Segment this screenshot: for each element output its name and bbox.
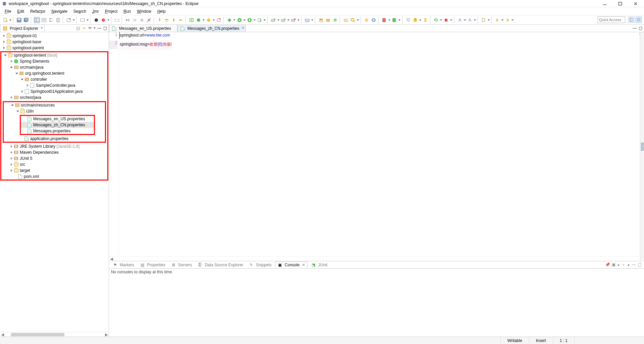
new-java-project-button[interactable]: +	[318, 17, 324, 23]
maximize-view-button[interactable]: ▢	[103, 26, 107, 30]
window-minimize-button[interactable]	[600, 0, 609, 7]
tree-row-maven[interactable]: Maven Dependencies	[1, 149, 107, 155]
debug-button[interactable]	[226, 17, 232, 23]
view-tab-project-explorer[interactable]: Project Explorer ✕	[0, 24, 45, 32]
tb-annotation-next-drop[interactable]	[398, 17, 401, 23]
tree-row-pom[interactable]: pom.xml	[1, 174, 107, 180]
project-explorer-tree[interactable]: springboot-01 springboot-base springboot…	[0, 32, 109, 332]
tb-browser[interactable]	[371, 17, 377, 23]
tree-row-spring-elements[interactable]: Spring Elements	[1, 58, 107, 64]
tb-btn-7[interactable]	[55, 17, 61, 23]
coverage-dropdown[interactable]	[253, 17, 256, 23]
tree-row-pkg[interactable]: org.springboot.tentent	[1, 70, 107, 76]
search-button[interactable]	[350, 17, 356, 23]
console-new-button[interactable]: ＋	[621, 262, 626, 267]
editor-tab-en[interactable]: Messages_en_US.properties	[109, 24, 177, 32]
tb-new-server-drop[interactable]	[311, 17, 314, 23]
tb-drop-switch[interactable]	[72, 17, 75, 23]
tb-drop-boot1[interactable]	[202, 17, 205, 23]
tb-stop-boot-drop[interactable]	[450, 17, 452, 23]
save-button[interactable]	[16, 17, 22, 23]
forward-drop[interactable]	[511, 17, 514, 23]
tb-drop-boot2[interactable]	[212, 17, 215, 23]
tb-btn-boot1[interactable]	[196, 17, 202, 23]
code-content[interactable]: springboot.url=www.bie.com springboot.ms…	[119, 32, 639, 256]
tb-btn-jmr2[interactable]	[100, 17, 106, 23]
tb-server-start[interactable]	[270, 17, 276, 23]
run-last-button[interactable]	[257, 17, 263, 23]
menu-jmr[interactable]: Jmr	[90, 8, 102, 14]
tb-btn-disconnect[interactable]	[146, 17, 152, 23]
toggle-breadcrumb-button[interactable]	[34, 17, 40, 23]
save-all-button[interactable]	[23, 17, 29, 23]
new-dropdown[interactable]	[9, 17, 12, 23]
tree-row-i18n[interactable]: i18n	[4, 108, 105, 114]
run-dropdown[interactable]	[243, 17, 246, 23]
quick-access-input[interactable]	[598, 16, 625, 23]
run-button[interactable]	[236, 17, 243, 23]
editor-area[interactable]: 1 2 springboot.url=www.bie.com springboo…	[109, 32, 644, 256]
tree-row-src-main-java[interactable]: src/main/java	[1, 64, 107, 70]
view-tab-servers[interactable]: 🖥Servers	[169, 262, 194, 268]
view-tab-markers[interactable]: ⚑Markers	[110, 262, 136, 268]
back-button[interactable]	[494, 17, 500, 23]
tree-row-sbparent[interactable]: springboot-parent	[0, 45, 109, 51]
perspective-jee-button[interactable]	[635, 16, 642, 23]
tb-btn-console[interactable]	[79, 17, 86, 23]
tb-btn-build[interactable]	[114, 17, 120, 23]
tb-drop-jmr2[interactable]	[107, 17, 110, 23]
tree-row-sbt[interactable]: springboot-tentent [boot]	[1, 52, 107, 58]
tb-font-2-drop[interactable]	[474, 17, 476, 23]
menu-edit[interactable]: Edit	[14, 8, 27, 14]
tree-row-sb01[interactable]: springboot-01	[0, 33, 109, 39]
view-tab-console[interactable]: ▣Console✕	[275, 262, 308, 268]
console-tab-close[interactable]: ✕	[302, 263, 305, 267]
tb-relaunch-boot[interactable]	[433, 17, 439, 23]
new-class-button[interactable]: C	[332, 17, 338, 23]
editor-tab-zh[interactable]: Messages_zh_CN.properties ✕	[177, 24, 246, 32]
tree-row-msg-en[interactable]: Messages_en_US.properties	[21, 116, 94, 122]
tree-row-src-test-java[interactable]: src/test/java	[1, 94, 107, 100]
tb-btn-switch[interactable]	[66, 17, 72, 23]
project-explorer-hscroll[interactable]: ◀▶	[0, 332, 109, 337]
tree-row-junit[interactable]: JUnit 5	[1, 155, 107, 161]
tree-row-app-java[interactable]: Springboot01Application.java	[1, 88, 107, 94]
tb-new-server[interactable]	[304, 17, 310, 23]
tree-row-msg-def[interactable]: Messages.properties	[21, 128, 94, 134]
collapse-all-button[interactable]	[76, 26, 81, 30]
minimize-bottom-button[interactable]: —	[631, 262, 636, 267]
tb-btn-stepout[interactable]	[171, 17, 177, 23]
tree-row-sbbase[interactable]: springboot-base	[0, 39, 109, 45]
minimize-editor-button[interactable]: —	[632, 26, 637, 30]
tb-btn-boot2[interactable]	[206, 17, 212, 23]
tb-tips[interactable]	[422, 17, 428, 23]
tb-font-2[interactable]: A	[467, 17, 473, 23]
tb-server-profile-drop[interactable]	[297, 17, 300, 23]
tb-stop-boot[interactable]	[443, 17, 449, 23]
tb-newwiz-drop[interactable]	[487, 17, 490, 23]
tree-row-target[interactable]: target	[1, 167, 107, 174]
tb-font-1-drop[interactable]	[464, 17, 466, 23]
tb-pin[interactable]	[405, 17, 411, 23]
menu-navigate[interactable]: Navigate	[49, 8, 70, 14]
tb-btn-dropframe[interactable]	[178, 17, 184, 23]
tb-server-debug[interactable]	[280, 17, 286, 23]
tb-annotation-prev-drop[interactable]	[388, 17, 391, 23]
view-tab-snippets[interactable]: ✎Snippets	[247, 262, 274, 268]
window-maximize-button[interactable]	[616, 0, 625, 7]
console-pin-button[interactable]: 📌	[605, 262, 610, 267]
debug-dropdown[interactable]	[233, 17, 236, 23]
open-perspective-button[interactable]	[628, 16, 635, 23]
back-drop[interactable]	[501, 17, 504, 23]
tree-row-src[interactable]: src	[1, 161, 107, 167]
tb-annotation-prev[interactable]	[381, 17, 387, 23]
tb-drop-console[interactable]	[86, 17, 89, 23]
view-tab-close[interactable]: ✕	[40, 26, 43, 30]
tb-btn-relaunch[interactable]	[189, 17, 195, 23]
maximize-editor-button[interactable]: ▢	[638, 26, 643, 30]
tb-btn-pause[interactable]	[132, 17, 138, 23]
console-display-drop[interactable]	[617, 262, 620, 268]
tb-btn-boot3[interactable]	[216, 17, 222, 23]
right-trim-stack[interactable]	[640, 32, 644, 262]
tree-row-sample-controller[interactable]: SampleController.java	[1, 82, 107, 88]
